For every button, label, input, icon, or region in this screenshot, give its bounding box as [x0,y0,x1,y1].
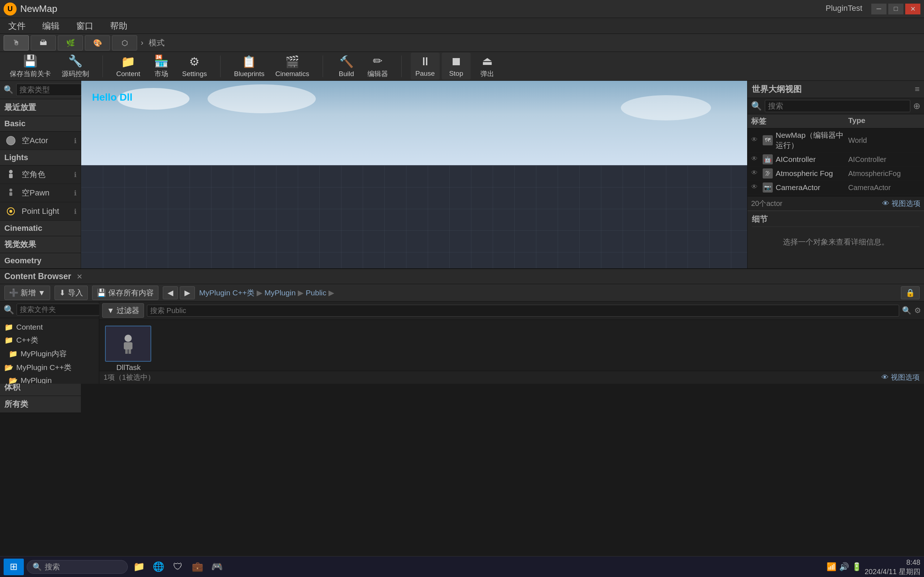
outliner-item-newmap[interactable]: 👁 🗺 NewMap（编辑器中运行） World [748,128,924,153]
new-asset-icon: ➕ [9,288,18,297]
cinematics-button[interactable]: 🎬 Cinematics [271,53,313,80]
nav-back-button[interactable]: ◀ [163,286,178,299]
taskbar-search[interactable]: 🔍 搜索 [27,560,128,574]
tree-myplugin-cpp[interactable]: 📂 MyPlugin C++类 [0,361,99,374]
import-button[interactable]: ⬇ 导入 [55,285,88,300]
minimize-button[interactable]: ─ [871,3,887,15]
editor-icon: ✏ [373,54,383,68]
tree-myplugin-content[interactable]: 📁 MyPlugin内容 [0,347,99,361]
category-visual[interactable]: 视觉效果 [0,236,81,253]
cb-filter-search-icon[interactable]: 🔍 [902,306,911,315]
tree-content[interactable]: 📁 Content [0,321,99,333]
volume-icon[interactable]: 🔊 [839,562,849,572]
view-options-button[interactable]: 👁 视图选项 [882,199,921,208]
item-icon-1: 🤖 [762,154,773,164]
mode-expand-arrow[interactable]: › [141,38,143,48]
foliage-mode-button[interactable]: 🌿 [58,35,83,50]
taskbar-shield[interactable]: 🛡 [170,559,186,575]
nav-forward-button[interactable]: ▶ [180,286,195,299]
import-icon: ⬇ [59,288,66,297]
actor-item-empty-actor[interactable]: 空Actor ℹ [0,132,81,150]
breadcrumb-item-myplugin[interactable]: MyPlugin [265,288,296,297]
geometry-edit-mode-button[interactable]: ⬡ [112,35,137,50]
folder-icon-myplugin-content: 📁 [9,350,18,358]
taskbar-ue[interactable]: 🎮 [208,559,225,575]
asset-thumb-dlltask [105,326,151,362]
svg-point-13 [124,335,132,342]
lock-button[interactable]: 🔒 [901,286,920,299]
category-recently-placed[interactable]: 最近放置 [0,99,81,116]
breadcrumb-item-myplugin-cpp[interactable]: MyPlugin C++类 [199,288,254,298]
close-button[interactable]: ✕ [905,3,921,15]
cb-asset-search-input[interactable] [147,305,899,317]
editor-button[interactable]: ✏ 编辑器 [363,52,393,81]
category-cinematic[interactable]: Cinematic [0,221,81,236]
eject-button[interactable]: ⏏ 弹出 [473,52,502,81]
category-lights[interactable]: Lights [0,150,81,166]
folder-icon-cpp: 📁 [4,336,13,344]
toolbar: 💾 保存当前关卡 🔧 源码控制 📁 Content 🏪 市场 ⚙ Setting… [0,52,924,81]
category-geometry[interactable]: Geometry [0,253,81,269]
start-button[interactable]: ⊞ [3,559,24,575]
svg-point-3 [10,189,12,192]
col-type-header: Type [848,116,921,126]
save-all-button[interactable]: 💾 保存所有内容 [92,285,158,300]
select-mode-button[interactable]: 🖱 [3,35,29,50]
stop-button[interactable]: ⏹ Stop [442,53,471,80]
viewport[interactable]: Hello Dll [81,81,747,268]
outliner-item-atmos-fog[interactable]: 👁 🌫 Atmospheric Fog AtmosphericFog [748,167,924,181]
taskbar-browser[interactable]: 🌐 [150,559,167,575]
save-map-button[interactable]: 💾 保存当前关卡 [5,52,55,81]
outliner-search-submit-icon[interactable]: ⊕ [913,101,921,111]
actor-item-empty-pawn[interactable]: 空Pawn ℹ [0,184,81,202]
landscape-mode-button[interactable]: 🏔 [31,35,56,50]
menu-help[interactable]: 帮助 [107,19,130,33]
actor-item-point-light[interactable]: Point Light ℹ [0,202,81,221]
empty-actor-info-icon: ℹ [74,137,76,145]
filter-label: 过滤器 [116,305,139,316]
taskbar-file-explorer[interactable]: 📁 [131,559,147,575]
source-control-label: 源码控制 [62,69,89,79]
cb-view-options-button[interactable]: 👁 视图选项 [881,372,920,382]
pause-button[interactable]: ⏸ Pause [411,53,439,80]
tree-cpp[interactable]: 📁 C++类 [0,333,99,347]
toolbar-build-group: 🔨 Build ✏ 编辑器 [332,52,393,81]
maximize-button[interactable]: □ [888,3,903,15]
cb-folder-search-bar: 🔍 [0,301,99,318]
system-clock[interactable]: 8:48 2024/4/11 星期四 [864,558,921,576]
new-asset-button[interactable]: ➕ 新增 ▼ [4,285,50,300]
outliner-item-camera[interactable]: 👁 📷 CameraActor CameraActor [748,181,924,195]
breadcrumb-item-public[interactable]: Public [306,288,326,297]
marketplace-button[interactable]: 🏪 市场 [147,52,176,81]
outliner-search-input[interactable] [765,100,910,112]
menu-file[interactable]: 文件 [5,19,29,33]
window-controls: PluginTest ─ □ ✕ [825,3,921,15]
settings-button[interactable]: ⚙ Settings [178,53,212,80]
outliner-search-bar: 🔍 ⊕ [748,98,924,114]
category-all[interactable]: 所有类 [0,396,81,413]
actor-item-empty-character[interactable]: 空角色 ℹ [0,166,81,184]
plugin-test-label: PluginTest [825,3,862,15]
content-browser: Content Browser ✕ ➕ 新增 ▼ ⬇ 导入 💾 保存所有内容 ◀… [0,268,924,384]
cb-filter-options-icon[interactable]: ⚙ [914,306,921,315]
network-icon[interactable]: 📶 [827,562,836,572]
source-control-button[interactable]: 🔧 源码控制 [57,52,94,81]
outliner-options-icon[interactable]: ≡ [915,84,920,94]
outliner-item-aicontroller[interactable]: 👁 🤖 AIController AIController [748,153,924,167]
filter-button[interactable]: ▼ 过滤器 [102,303,144,318]
battery-icon[interactable]: 🔋 [852,562,861,572]
mesh-paint-mode-button[interactable]: 🎨 [85,35,110,50]
category-basic[interactable]: Basic [0,116,81,132]
tree-myplugin[interactable]: 📂 MyPlugin [0,374,99,384]
toolbar-separator-4 [401,56,402,77]
blueprints-button[interactable]: 📋 Blueprints [229,53,269,80]
empty-character-icon [4,168,17,181]
taskbar-briefcase[interactable]: 💼 [189,559,206,575]
menu-window[interactable]: 窗口 [73,19,96,33]
menu-edit[interactable]: 编辑 [39,19,63,33]
filter-icon: ▼ [107,306,115,315]
asset-dlltask[interactable]: DllTask [105,326,152,371]
build-button[interactable]: 🔨 Build [332,53,361,80]
content-browser-close-icon[interactable]: ✕ [76,272,82,281]
content-button[interactable]: 📁 Content [112,53,145,80]
